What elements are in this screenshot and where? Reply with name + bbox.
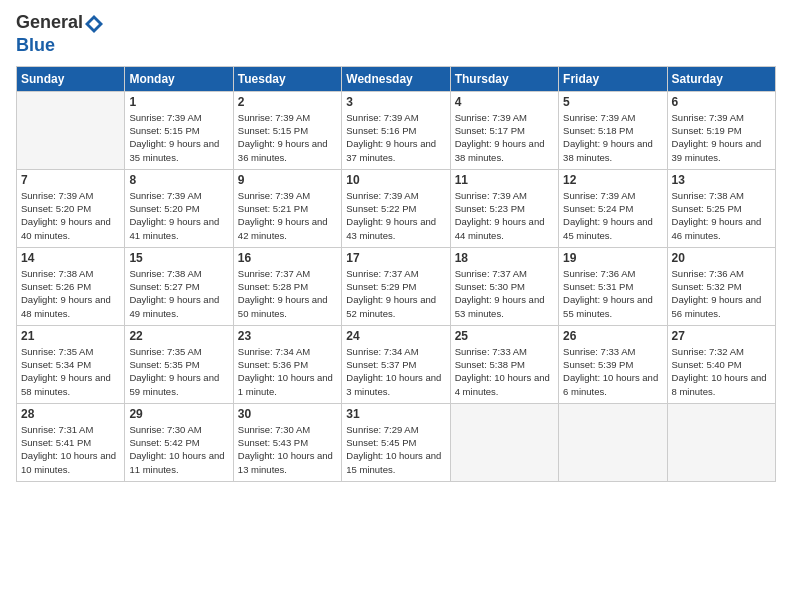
sunset: Sunset: 5:16 PM [346,125,416,136]
sunset: Sunset: 5:30 PM [455,281,525,292]
day-info: Sunrise: 7:37 AMSunset: 5:30 PMDaylight:… [455,267,554,320]
calendar-cell: 1Sunrise: 7:39 AMSunset: 5:15 PMDaylight… [125,91,233,169]
calendar-cell: 14Sunrise: 7:38 AMSunset: 5:26 PMDayligh… [17,247,125,325]
calendar-cell: 9Sunrise: 7:39 AMSunset: 5:21 PMDaylight… [233,169,341,247]
daylight: Daylight: 9 hours and 55 minutes. [563,294,653,318]
sunrise: Sunrise: 7:33 AM [563,346,635,357]
sunset: Sunset: 5:21 PM [238,203,308,214]
calendar-cell: 16Sunrise: 7:37 AMSunset: 5:28 PMDayligh… [233,247,341,325]
calendar-cell: 25Sunrise: 7:33 AMSunset: 5:38 PMDayligh… [450,325,558,403]
sunset: Sunset: 5:20 PM [129,203,199,214]
sunset: Sunset: 5:28 PM [238,281,308,292]
day-info: Sunrise: 7:38 AMSunset: 5:25 PMDaylight:… [672,189,771,242]
logo-blue: Blue [16,35,55,55]
day-info: Sunrise: 7:38 AMSunset: 5:26 PMDaylight:… [21,267,120,320]
calendar-cell: 26Sunrise: 7:33 AMSunset: 5:39 PMDayligh… [559,325,667,403]
day-number: 11 [455,173,554,187]
daylight: Daylight: 9 hours and 48 minutes. [21,294,111,318]
daylight: Daylight: 10 hours and 15 minutes. [346,450,441,474]
sunset: Sunset: 5:32 PM [672,281,742,292]
sunrise: Sunrise: 7:39 AM [455,190,527,201]
calendar-cell: 5Sunrise: 7:39 AMSunset: 5:18 PMDaylight… [559,91,667,169]
day-info: Sunrise: 7:29 AMSunset: 5:45 PMDaylight:… [346,423,445,476]
weekday-header-friday: Friday [559,66,667,91]
daylight: Daylight: 10 hours and 6 minutes. [563,372,658,396]
day-number: 16 [238,251,337,265]
weekday-header-wednesday: Wednesday [342,66,450,91]
day-number: 19 [563,251,662,265]
daylight: Daylight: 10 hours and 13 minutes. [238,450,333,474]
sunset: Sunset: 5:18 PM [563,125,633,136]
calendar-cell: 29Sunrise: 7:30 AMSunset: 5:42 PMDayligh… [125,403,233,481]
day-number: 22 [129,329,228,343]
sunrise: Sunrise: 7:38 AM [21,268,93,279]
day-info: Sunrise: 7:39 AMSunset: 5:20 PMDaylight:… [21,189,120,242]
day-info: Sunrise: 7:32 AMSunset: 5:40 PMDaylight:… [672,345,771,398]
sunrise: Sunrise: 7:39 AM [129,190,201,201]
calendar-cell [559,403,667,481]
sunrise: Sunrise: 7:33 AM [455,346,527,357]
day-info: Sunrise: 7:39 AMSunset: 5:20 PMDaylight:… [129,189,228,242]
day-number: 7 [21,173,120,187]
day-info: Sunrise: 7:39 AMSunset: 5:21 PMDaylight:… [238,189,337,242]
daylight: Daylight: 10 hours and 3 minutes. [346,372,441,396]
sunrise: Sunrise: 7:32 AM [672,346,744,357]
day-number: 24 [346,329,445,343]
page-container: General Blue SundayMondayTuesdayWednesda… [0,0,792,494]
sunset: Sunset: 5:45 PM [346,437,416,448]
weekday-header-tuesday: Tuesday [233,66,341,91]
sunrise: Sunrise: 7:34 AM [238,346,310,357]
sunset: Sunset: 5:29 PM [346,281,416,292]
day-info: Sunrise: 7:39 AMSunset: 5:22 PMDaylight:… [346,189,445,242]
day-number: 5 [563,95,662,109]
calendar-cell: 21Sunrise: 7:35 AMSunset: 5:34 PMDayligh… [17,325,125,403]
header: General Blue [16,12,776,56]
daylight: Daylight: 10 hours and 11 minutes. [129,450,224,474]
day-number: 20 [672,251,771,265]
calendar-cell: 24Sunrise: 7:34 AMSunset: 5:37 PMDayligh… [342,325,450,403]
sunset: Sunset: 5:27 PM [129,281,199,292]
sunset: Sunset: 5:22 PM [346,203,416,214]
calendar-cell: 28Sunrise: 7:31 AMSunset: 5:41 PMDayligh… [17,403,125,481]
sunrise: Sunrise: 7:39 AM [129,112,201,123]
sunrise: Sunrise: 7:39 AM [346,190,418,201]
daylight: Daylight: 9 hours and 38 minutes. [455,138,545,162]
day-info: Sunrise: 7:36 AMSunset: 5:31 PMDaylight:… [563,267,662,320]
day-number: 28 [21,407,120,421]
sunset: Sunset: 5:38 PM [455,359,525,370]
sunrise: Sunrise: 7:37 AM [455,268,527,279]
sunrise: Sunrise: 7:39 AM [455,112,527,123]
sunrise: Sunrise: 7:30 AM [129,424,201,435]
sunrise: Sunrise: 7:39 AM [238,112,310,123]
day-number: 26 [563,329,662,343]
day-number: 3 [346,95,445,109]
day-number: 14 [21,251,120,265]
sunset: Sunset: 5:36 PM [238,359,308,370]
day-info: Sunrise: 7:39 AMSunset: 5:16 PMDaylight:… [346,111,445,164]
daylight: Daylight: 10 hours and 4 minutes. [455,372,550,396]
calendar-cell: 20Sunrise: 7:36 AMSunset: 5:32 PMDayligh… [667,247,775,325]
calendar-cell: 3Sunrise: 7:39 AMSunset: 5:16 PMDaylight… [342,91,450,169]
sunrise: Sunrise: 7:35 AM [21,346,93,357]
calendar-cell: 4Sunrise: 7:39 AMSunset: 5:17 PMDaylight… [450,91,558,169]
daylight: Daylight: 9 hours and 53 minutes. [455,294,545,318]
day-info: Sunrise: 7:37 AMSunset: 5:29 PMDaylight:… [346,267,445,320]
daylight: Daylight: 9 hours and 45 minutes. [563,216,653,240]
sunrise: Sunrise: 7:39 AM [563,112,635,123]
sunset: Sunset: 5:26 PM [21,281,91,292]
sunset: Sunset: 5:15 PM [238,125,308,136]
daylight: Daylight: 10 hours and 10 minutes. [21,450,116,474]
calendar-cell: 31Sunrise: 7:29 AMSunset: 5:45 PMDayligh… [342,403,450,481]
day-info: Sunrise: 7:34 AMSunset: 5:37 PMDaylight:… [346,345,445,398]
sunset: Sunset: 5:43 PM [238,437,308,448]
week-row-4: 28Sunrise: 7:31 AMSunset: 5:41 PMDayligh… [17,403,776,481]
sunrise: Sunrise: 7:38 AM [672,190,744,201]
day-info: Sunrise: 7:39 AMSunset: 5:24 PMDaylight:… [563,189,662,242]
calendar-cell [450,403,558,481]
calendar-cell: 13Sunrise: 7:38 AMSunset: 5:25 PMDayligh… [667,169,775,247]
day-number: 23 [238,329,337,343]
week-row-2: 14Sunrise: 7:38 AMSunset: 5:26 PMDayligh… [17,247,776,325]
day-number: 15 [129,251,228,265]
sunrise: Sunrise: 7:36 AM [563,268,635,279]
day-info: Sunrise: 7:38 AMSunset: 5:27 PMDaylight:… [129,267,228,320]
